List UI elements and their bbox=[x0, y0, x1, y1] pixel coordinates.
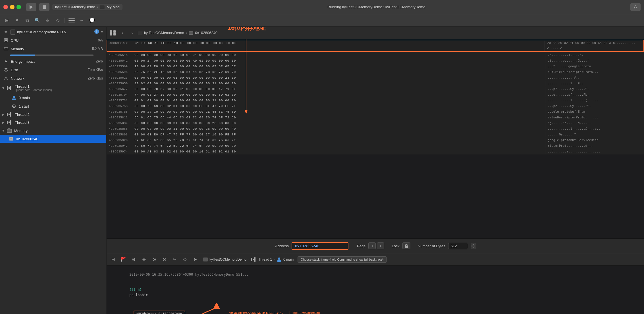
sidebar-item-memory-address[interactable]: 0x102806240 bbox=[0, 135, 106, 143]
close-button[interactable] bbox=[3, 5, 8, 9]
play-button[interactable] bbox=[26, 3, 36, 11]
hex-forward-icon[interactable]: › bbox=[128, 29, 136, 37]
search-icon[interactable]: 🔍 bbox=[33, 16, 41, 24]
sidebar-item-energy[interactable]: Energy Impact Zero bbox=[0, 57, 106, 66]
collapse-icon[interactable] bbox=[3, 30, 9, 35]
page-next-button[interactable]: › bbox=[377, 242, 384, 249]
debug-paste-icon[interactable]: ⊙ bbox=[180, 256, 189, 263]
svg-rect-17 bbox=[7, 48, 7, 49]
svg-marker-0 bbox=[30, 5, 33, 9]
disk-value: Zero KB/s bbox=[88, 68, 103, 72]
device-name: My Mac bbox=[107, 5, 120, 9]
person-icon bbox=[11, 95, 16, 100]
sidebar-item-network[interactable]: Network Zero KB/s bbox=[0, 74, 106, 83]
sidebar-item-thread1[interactable]: ▶ Thread 1 Queue: com....-thread (serial… bbox=[0, 83, 106, 93]
memory-label: Memory bbox=[11, 47, 90, 51]
hex-addr: 4336935974 bbox=[109, 149, 134, 154]
debug-cut-icon[interactable]: ✂ bbox=[170, 256, 179, 263]
lock-icon[interactable] bbox=[402, 242, 410, 249]
sidebar-item-cpu[interactable]: CPU 0% bbox=[0, 36, 106, 45]
hex-ascii-right: ...e.......pf......Pb. bbox=[545, 92, 642, 97]
lock-label: Lock bbox=[392, 244, 399, 248]
debug-copy-icon[interactable]: ⊘ bbox=[160, 256, 169, 263]
sidebar-item-disk[interactable]: Disk Zero KB/s bbox=[0, 66, 106, 74]
thread1-expand-icon[interactable]: ▶ bbox=[2, 87, 5, 89]
svg-rect-29 bbox=[7, 113, 8, 116]
layout-icon[interactable]: ⧉ bbox=[23, 16, 31, 24]
debug-stepover-icon[interactable]: ⊟ bbox=[109, 256, 117, 263]
minimize-button[interactable] bbox=[10, 5, 14, 9]
debug-arrow-icon[interactable]: ➤ bbox=[191, 256, 199, 263]
comment-icon[interactable]: 💬 bbox=[88, 16, 96, 24]
hex-ascii-right: ..c.......a................. bbox=[545, 149, 642, 154]
hex-bytes: 7F 00 00 27 10 00 00 00 00 00 00 00 50 5… bbox=[134, 92, 545, 97]
arrow-icon[interactable]: → bbox=[78, 16, 86, 24]
svg-rect-39 bbox=[110, 30, 112, 33]
page-prev-button[interactable]: ‹ bbox=[368, 242, 376, 249]
list-icon[interactable] bbox=[67, 16, 76, 24]
debug-stepout-icon[interactable]: ⊖ bbox=[140, 256, 148, 263]
hex-grid-icon[interactable] bbox=[109, 29, 117, 37]
thread1-start-label: 1 start bbox=[19, 104, 103, 108]
svg-rect-31 bbox=[10, 112, 11, 117]
sidebar-menu-icon[interactable]: ≡ bbox=[101, 30, 103, 34]
maximize-button[interactable] bbox=[16, 5, 21, 9]
stop-button[interactable] bbox=[39, 3, 49, 11]
hex-ascii-right: google.protobuf.ServiceDesc bbox=[545, 138, 642, 143]
warning-icon[interactable]: ⚠ bbox=[43, 16, 52, 24]
hex-row: 4336935812 56 61 6C 75 65 44 65 73 63 72… bbox=[107, 115, 644, 120]
hex-addr: 4336935866 bbox=[109, 126, 134, 131]
grid-icon[interactable]: ⊞ bbox=[2, 16, 11, 24]
debug-stepinto-icon[interactable]: ⊕ bbox=[129, 256, 138, 263]
console-area[interactable]: 2019-09-06 16:35:16.753864+0300 kylTestO… bbox=[107, 266, 644, 314]
svg-rect-13 bbox=[5, 39, 7, 41]
disk-label: Disk bbox=[11, 68, 86, 72]
hex-bytes: 00 00 70 63 80 02 01 00 00 00 E0 DF 47 7… bbox=[134, 104, 545, 109]
debug-flag-icon[interactable]: 🚩 bbox=[119, 256, 128, 263]
debug-frame: 0 main bbox=[283, 258, 294, 261]
hex-row: 4336935569 10 00 00 F0 7F 00 00 00 00 00… bbox=[107, 64, 644, 69]
memory-address-label: 0x102806240 bbox=[16, 137, 103, 141]
console-nsobject: <NSObject: 0x102806240> bbox=[134, 311, 185, 314]
sidebar-item-thread2[interactable]: ▶ Thread 2 bbox=[0, 110, 106, 118]
sidebar-item-memory-stats[interactable]: Memory 5.2 MB bbox=[0, 45, 106, 57]
thread3-icon bbox=[7, 120, 13, 125]
thread2-expand-icon[interactable]: ▶ bbox=[2, 113, 5, 116]
svg-rect-38 bbox=[10, 139, 12, 139]
main-content: kylTestOCMemoryDemo PID 5... i ≡ CPU 0% bbox=[0, 27, 644, 314]
app-name: kylTestOCMemoryDemo bbox=[55, 5, 95, 9]
memory-section-expand-icon[interactable]: ▶ bbox=[2, 129, 5, 132]
hex-addr: 4336935677 bbox=[109, 87, 134, 92]
sidebar-item-thread1-start[interactable]: 1 start bbox=[0, 102, 106, 110]
memory-bar-fill bbox=[10, 55, 35, 56]
sidebar-item-thread3[interactable]: ▶ Thread 3 bbox=[0, 118, 106, 126]
bytes-input[interactable] bbox=[448, 243, 468, 249]
page-label: Page bbox=[357, 244, 365, 248]
hex-content[interactable]: 4336935488 41 D1 68 AF FF FF 1D 00 00 00… bbox=[107, 39, 644, 238]
close-icon[interactable]: ✕ bbox=[13, 16, 21, 24]
bytes-stepper[interactable]: ▲ ▼ bbox=[471, 243, 475, 249]
hex-ascii-right: 'g......'h......d....... bbox=[545, 121, 642, 126]
thread1-main-label: 0 main bbox=[19, 96, 103, 100]
curly-braces-button[interactable]: {} bbox=[630, 3, 641, 11]
hex-row: 4336935758 00 00 70 63 80 02 01 00 00 00… bbox=[107, 103, 644, 109]
sidebar-item-thread1-main[interactable]: 0 main bbox=[0, 93, 106, 102]
hex-address: 0x102806240 bbox=[195, 31, 217, 35]
stack-hint-text: Choose stack frame (hold Command to show… bbox=[301, 258, 384, 261]
diamond-icon[interactable]: ◇ bbox=[53, 16, 62, 24]
hex-addr: 4336935569 bbox=[109, 64, 134, 69]
hex-row: 4336935974 00 00 A0 63 80 02 01 00 00 00… bbox=[107, 149, 644, 154]
hex-back-icon[interactable]: ‹ bbox=[119, 29, 126, 37]
debug-down-icon[interactable]: ⊗ bbox=[150, 256, 158, 263]
hex-ascii-right: buf.FieldDescriptorProto... bbox=[545, 70, 642, 75]
hex-ascii-right: ..............#.. bbox=[545, 75, 642, 80]
svg-point-21 bbox=[6, 77, 7, 78]
address-input[interactable] bbox=[292, 242, 348, 250]
hex-row: 4336935677 00 00 00 70 37 80 02 01 00 00… bbox=[107, 86, 644, 92]
sidebar-item-memory-section[interactable]: ▶ Memory bbox=[0, 126, 106, 135]
hex-bytes: 41 D1 68 AF FF FF 1D 00 00 00 00 00 00 0… bbox=[135, 41, 545, 51]
hex-ascii-right: ...pc.......Gy......'™. bbox=[545, 104, 642, 109]
debug-sep1: › bbox=[248, 258, 249, 261]
hex-row: 4336935839 00 00 00 00 00 00 31 00 00 00… bbox=[107, 120, 644, 126]
thread3-expand-icon[interactable]: ▶ bbox=[2, 121, 5, 124]
